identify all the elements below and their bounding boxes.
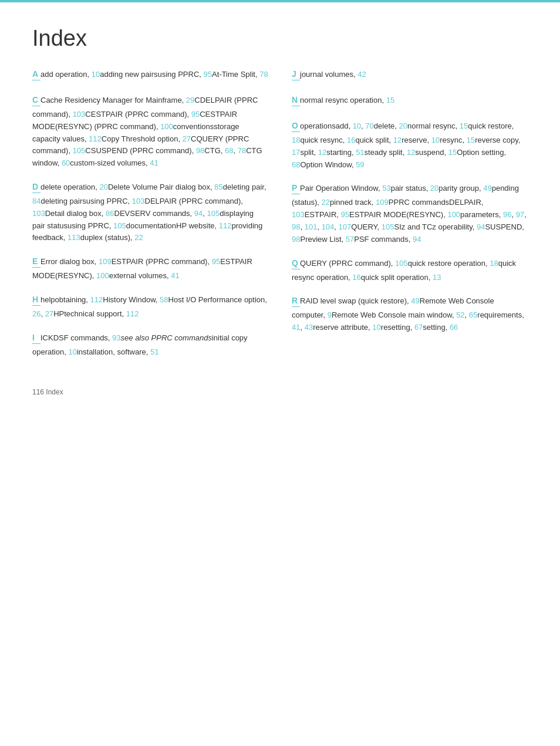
page-link[interactable]: 95 xyxy=(204,70,212,79)
page-link[interactable]: 96 xyxy=(503,210,511,219)
page-link[interactable]: 49 xyxy=(483,184,491,193)
page-link[interactable]: 22 xyxy=(134,233,143,242)
page-link[interactable]: 98 xyxy=(292,222,300,231)
page-link[interactable]: 41 xyxy=(150,158,158,167)
page-link[interactable]: 95 xyxy=(341,210,349,219)
page-link[interactable]: 59 xyxy=(356,160,364,169)
page-link[interactable]: 107 xyxy=(339,222,352,231)
page-link[interactable]: 93 xyxy=(112,333,120,342)
page-link[interactable]: 112 xyxy=(90,295,103,304)
page-link[interactable]: 13 xyxy=(433,273,441,282)
index-entry: Pair Operation Window, 53 xyxy=(300,184,391,193)
index-entry: add operation, 10 xyxy=(41,70,100,79)
page-link[interactable]: 10 xyxy=(92,70,100,79)
page-link[interactable]: 57 xyxy=(346,235,354,244)
index-entry: deleting pairs xyxy=(41,197,86,205)
page-link[interactable]: 22 xyxy=(322,198,330,207)
page-link[interactable]: 104 xyxy=(322,222,335,231)
page-link[interactable]: 112 xyxy=(219,221,232,230)
page-link[interactable]: 27 xyxy=(45,309,53,318)
index-entry: Detail dialog box, 86 xyxy=(45,209,114,218)
page-link[interactable]: 15 xyxy=(460,121,468,130)
page-link[interactable]: 94 xyxy=(413,235,421,244)
page-link[interactable]: 20 xyxy=(99,183,107,191)
page-link[interactable]: 95 xyxy=(191,110,200,119)
page-link[interactable]: 68 xyxy=(292,160,300,169)
page-link[interactable]: 103 xyxy=(292,210,305,219)
page-link[interactable]: 27 xyxy=(183,134,191,143)
page-link[interactable]: 105 xyxy=(113,221,126,230)
page-link[interactable]: 20 xyxy=(399,121,407,130)
page-link[interactable]: 112 xyxy=(89,134,102,143)
page-link[interactable]: 97 xyxy=(516,210,524,219)
page-link[interactable]: 105 xyxy=(395,259,408,268)
page-link[interactable]: 94 xyxy=(194,209,203,218)
page-link[interactable]: 53 xyxy=(382,184,390,193)
page-link[interactable]: 103 xyxy=(32,209,45,218)
page-link[interactable]: 60 xyxy=(62,158,70,167)
page-link[interactable]: 86 xyxy=(106,209,114,218)
page-link[interactable]: 100 xyxy=(96,271,109,280)
page-link[interactable]: 41 xyxy=(292,323,300,332)
page-link[interactable]: 42 xyxy=(357,70,366,79)
page-link[interactable]: 78 xyxy=(259,70,268,79)
page-link[interactable]: 70 xyxy=(365,121,373,130)
page-link[interactable]: 16 xyxy=(352,273,360,282)
page-link[interactable]: 66 xyxy=(450,323,458,332)
page-link[interactable]: 10 xyxy=(431,136,440,144)
page-link[interactable]: 103 xyxy=(73,110,86,119)
page-link[interactable]: 15 xyxy=(448,148,457,157)
page-link[interactable]: 98 xyxy=(196,146,204,155)
index-entry: using PPRC, 103 xyxy=(86,197,145,205)
page-link[interactable]: 94 xyxy=(477,222,485,231)
page-link[interactable]: 58 xyxy=(160,295,168,304)
index-entry: RAID level swap (quick restore), 49 xyxy=(300,296,420,305)
index-section: CCache Residency Manager for Mainframe, … xyxy=(32,94,268,170)
page-link[interactable]: 112 xyxy=(126,309,139,318)
page-link[interactable]: 105 xyxy=(382,222,394,231)
page-link[interactable]: 10 xyxy=(372,323,380,332)
page-link[interactable]: 105 xyxy=(73,146,86,155)
page-link[interactable]: 49 xyxy=(411,296,419,305)
page-link[interactable]: 12 xyxy=(393,136,402,144)
page-link[interactable]: 10 xyxy=(68,347,76,356)
page-link[interactable]: 85 xyxy=(214,183,222,191)
page-link[interactable]: 103 xyxy=(132,197,145,205)
page-link[interactable]: 65 xyxy=(469,310,477,319)
page-link[interactable]: 100 xyxy=(447,210,460,219)
page-link[interactable]: 78 xyxy=(238,146,246,155)
page-link[interactable]: 51 xyxy=(150,347,158,356)
page-link[interactable]: 15 xyxy=(467,136,475,144)
page-link[interactable]: 43 xyxy=(305,323,313,332)
page-link[interactable]: 17 xyxy=(292,148,300,157)
page-link[interactable]: 100 xyxy=(160,122,173,131)
page-link[interactable]: 101 xyxy=(305,222,318,231)
page-link[interactable]: 9 xyxy=(328,310,332,319)
page-link[interactable]: 52 xyxy=(456,310,464,319)
page-link[interactable]: 20 xyxy=(430,184,438,193)
index-section: Aadd operation, 10adding new pairsusing … xyxy=(32,69,268,83)
page-link[interactable]: 105 xyxy=(207,209,220,218)
page-link[interactable]: 109 xyxy=(376,198,389,207)
page-link[interactable]: 109 xyxy=(99,257,112,266)
page-link[interactable]: 84 xyxy=(32,197,41,205)
page-link[interactable]: 18 xyxy=(490,259,498,268)
index-entry: resync, 15 xyxy=(440,136,475,144)
index-entry: suspend, 15 xyxy=(415,148,457,157)
page-link[interactable]: 12 xyxy=(318,148,326,157)
page-link[interactable]: 41 xyxy=(171,271,179,280)
page-link[interactable]: 98 xyxy=(292,235,300,244)
page-link[interactable]: 51 xyxy=(356,148,364,157)
page-link[interactable]: 113 xyxy=(68,233,80,242)
page-link[interactable]: 68 xyxy=(225,146,233,155)
page-link[interactable]: 29 xyxy=(186,96,194,104)
page-link[interactable]: 16 xyxy=(347,136,355,144)
index-entry: PPRC commands xyxy=(389,198,449,207)
page-link[interactable]: 12 xyxy=(407,148,415,157)
page-link[interactable]: 67 xyxy=(414,323,423,332)
page-link[interactable]: 18 xyxy=(292,136,300,144)
page-link[interactable]: 15 xyxy=(386,96,394,104)
page-link[interactable]: 95 xyxy=(212,257,220,266)
page-link[interactable]: 26 xyxy=(32,309,41,318)
page-link[interactable]: 10 xyxy=(353,121,361,130)
